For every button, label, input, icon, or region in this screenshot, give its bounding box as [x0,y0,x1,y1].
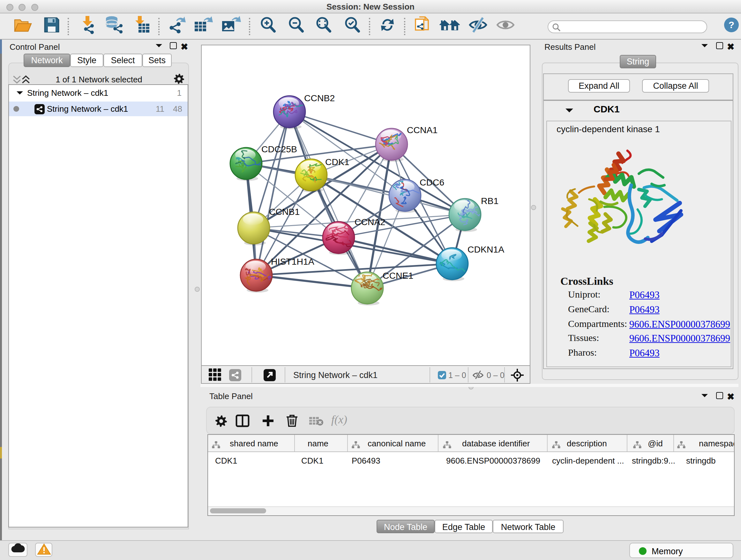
svg-text:CDKN1A: CDKN1A [467,244,504,254]
svg-text:CCNB1: CCNB1 [269,206,299,217]
svg-text:HIST1H1A: HIST1H1A [271,256,314,266]
svg-text:CDK1: CDK1 [325,157,349,167]
svg-text:CCNA2: CCNA2 [354,217,385,227]
svg-text:RB1: RB1 [481,196,498,206]
svg-text:CCNB2: CCNB2 [304,93,334,103]
svg-text:CCNE1: CCNE1 [382,270,413,281]
svg-text:CCNA1: CCNA1 [407,125,437,135]
svg-text:?: ? [729,19,734,30]
svg-text:CDC25B: CDC25B [261,144,297,154]
svg-text:CDC6: CDC6 [419,177,444,187]
